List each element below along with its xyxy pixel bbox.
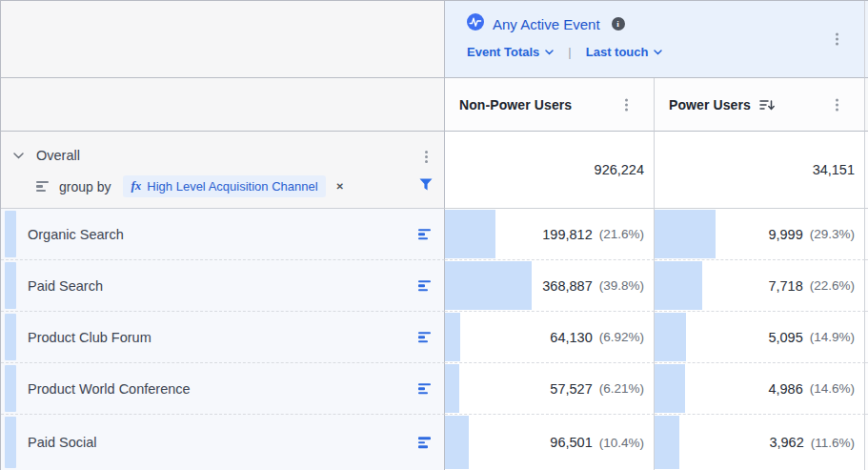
group-by-icon [36,181,49,193]
filter-funnel-icon[interactable] [419,177,433,194]
event-menu-kebab-icon[interactable] [833,31,841,49]
value-bar [445,416,469,469]
data-cell[interactable]: 57,527(6.21%) [445,363,655,415]
overall-label: Overall [36,148,80,163]
overall-value-non-power[interactable]: 926,224 [445,132,655,209]
chevron-down-icon [545,50,554,55]
value-bar [445,364,459,413]
value-bar [655,416,679,469]
breakdown-bars-icon[interactable] [418,332,431,343]
column-header-non-power-users[interactable]: Non-Power Users [445,78,655,132]
group-by-prefix: group by [59,179,111,194]
overall-menu-kebab-icon[interactable] [422,148,431,166]
group-row-product-world-conference[interactable]: Product World Conference [1,363,445,415]
column-menu-kebab-icon[interactable] [622,95,631,113]
group-by-property-chip[interactable]: fx High Level Acquisition Channel [123,175,325,197]
table-corner-blank [1,1,445,78]
value-bar [445,313,460,361]
value-bar [445,261,532,310]
sort-descending-icon[interactable] [759,98,776,112]
data-cell[interactable]: 199,812(21.6%) [445,209,655,260]
data-cell[interactable]: 64,130(6.92%) [445,312,655,363]
data-cell[interactable]: 3,962(11.6%) [655,415,865,470]
data-cell[interactable]: 96,501(10.4%) [445,415,655,470]
overall-row-header: Overall group by fx High Level Acquisiti… [1,132,445,209]
breakdown-bars-icon[interactable] [418,280,431,292]
metric-dropdown[interactable]: Event Totals [467,45,554,59]
breakdown-bars-icon[interactable] [418,437,431,448]
column-menu-kebab-icon[interactable] [833,95,841,113]
row-color-stripe [5,417,16,468]
group-by-property-label: High Level Acquisition Channel [147,179,317,194]
chevron-down-icon [654,50,662,55]
header-divider: | [568,45,571,59]
value-bar [655,261,702,310]
data-cell[interactable]: 368,887(39.8%) [445,260,655,312]
value-bar [655,210,716,258]
group-row-paid-search[interactable]: Paid Search [1,260,445,312]
overall-value-power[interactable]: 34,151 [655,132,865,209]
row-color-stripe [5,262,16,309]
group-row-organic-search[interactable]: Organic Search [1,209,445,260]
breakdown-bars-icon[interactable] [418,383,431,395]
collapse-chevron-icon[interactable] [13,153,24,159]
row-header-blank [1,78,445,132]
data-cell[interactable]: 5,095(14.9%) [655,312,865,363]
data-cell[interactable]: 9,999(29.3%) [655,209,865,260]
row-color-stripe [5,211,16,257]
value-bar [655,364,685,413]
info-icon[interactable]: i [612,17,625,31]
remove-group-by-icon[interactable]: ✕ [336,181,344,192]
attribution-dropdown[interactable]: Last touch [586,45,663,59]
row-color-stripe [5,314,16,360]
data-cell[interactable]: 4,986(14.6%) [655,363,865,415]
column-label: Power Users [669,97,751,112]
data-cell[interactable]: 7,718(22.6%) [655,260,865,312]
event-header: Any Active Event i Event Totals | Last t… [445,1,865,78]
value-bar [655,313,686,361]
formula-fx-icon: fx [131,178,141,194]
event-title[interactable]: Any Active Event [493,16,600,32]
column-label: Non-Power Users [459,97,572,112]
breakdown-bars-icon[interactable] [418,229,431,240]
amplitude-event-icon [467,13,484,34]
value-bar [445,210,495,258]
column-header-power-users[interactable]: Power Users [655,78,865,132]
group-row-paid-social[interactable]: Paid Social [1,415,445,470]
group-row-product-club-forum[interactable]: Product Club Forum [1,312,445,363]
row-color-stripe [5,365,16,412]
analytics-data-table: Any Active Event i Event Totals | Last t… [0,0,868,470]
